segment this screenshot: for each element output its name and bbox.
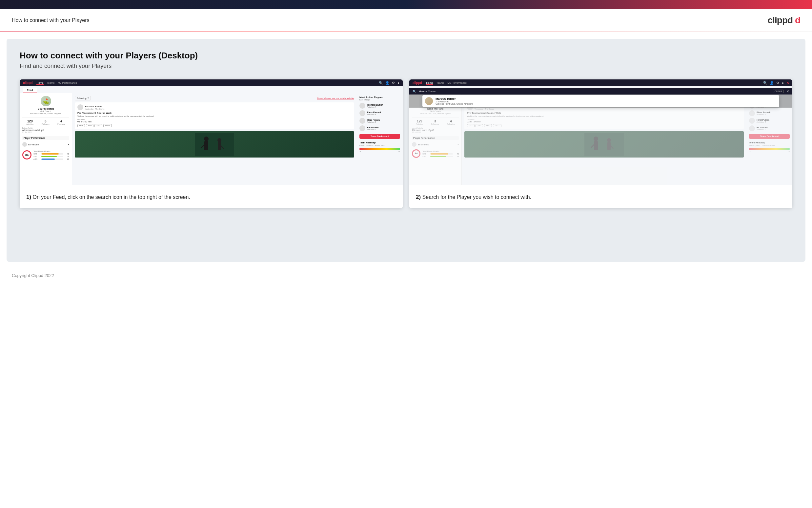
mini-following-val: 4	[57, 120, 65, 123]
mini-activity-person-name: Richard Butler	[85, 105, 105, 108]
mini-followers-label: Followers	[42, 123, 50, 125]
search-icon-2[interactable]: 🔍	[763, 81, 767, 85]
panel-1-caption-num: 1)	[26, 194, 31, 200]
svg-rect-5	[218, 142, 221, 150]
mini-nav-teams-1[interactable]: Teams	[47, 81, 55, 85]
mini-player-avatar-1	[360, 103, 365, 109]
settings-icon[interactable]: ⚙	[392, 81, 395, 85]
mini-search-overlay: 🔍 CLEAR ✕ Marcus Turner 1-5 Handicap Cyp…	[409, 88, 792, 108]
mini-nav-1: clippd Home Teams My Performance 🔍 👤 ⚙ ●	[20, 79, 403, 86]
mini-player-select-2: Eli Vincent ▾	[412, 141, 459, 147]
tag-app: APP	[86, 124, 93, 127]
avatar-icon-2[interactable]: ●	[782, 81, 784, 85]
search-result-avatar	[425, 97, 433, 105]
mini-heatmap-labels-1: -5 +5	[360, 151, 400, 153]
close-button[interactable]: ✕	[786, 90, 789, 93]
user-icon-2[interactable]: 👤	[770, 81, 774, 85]
panel-2-caption: 2) Search for the Player you wish to con…	[409, 185, 792, 208]
mini-stats-2: 129Activities 3Followers 4Following	[412, 120, 459, 125]
panel-1: clippd Home Teams My Performance 🔍 👤 ⚙ ●	[20, 79, 403, 208]
mini-sidebar-1: ⛳ Blair McHarg Golf Coach Mill Ride Golf…	[20, 93, 72, 185]
mini-quality-label-1: Total Player Quality	[34, 150, 69, 152]
main-subheading: Find and connect with your Players	[20, 63, 792, 70]
mini-heatmap-label-1: Team Heatmap	[360, 141, 400, 144]
clear-button[interactable]: CLEAR	[773, 90, 784, 93]
search-input[interactable]	[419, 90, 770, 93]
mini-nav-home-2[interactable]: Home	[426, 81, 433, 85]
mini-profile-role-2: Golf Coach	[412, 110, 459, 113]
avatar-icon[interactable]: ●	[397, 81, 399, 85]
main-heading: How to connect with your Players (Deskto…	[20, 50, 792, 61]
mini-nav-myperformance-2[interactable]: My Performance	[447, 81, 467, 85]
mini-nav-home-1[interactable]: Home	[36, 81, 43, 85]
mini-player-row-2: Piers Parnell Activities: 4	[360, 110, 400, 116]
page-title: How to connect with your Players	[12, 17, 90, 23]
mini-latest-val: Afternoon round of golf	[22, 129, 69, 131]
svg-rect-9	[594, 141, 598, 150]
mini-player-avatar-3	[360, 118, 365, 124]
svg-rect-0	[195, 133, 234, 156]
logo: clippd d	[768, 15, 800, 26]
mini-player-row-3: Hiral Pujara Activities: 3	[360, 118, 400, 124]
mini-active-header-1: Most Active Players Last 30 days	[360, 96, 400, 101]
mini-quality-row-arg: ARG 61	[34, 158, 69, 160]
close-icon[interactable]: ✕	[786, 81, 789, 85]
mini-activity-avatar-1	[78, 104, 83, 110]
mini-nav-icons-2: 🔍 👤 ⚙ ● ✕	[763, 81, 789, 85]
mini-activity-card-1: Richard Butler Yesterday · The Grove Pre…	[75, 102, 354, 129]
mini-profile-club-1: Mill Ride Golf Club, United Kingdom	[22, 113, 69, 115]
mini-nav-myperformance-1[interactable]: My Performance	[58, 81, 77, 85]
mini-activity-title-1: Pre Tournament Course Walk	[78, 112, 351, 115]
search-result-handicap: 1-5 Handicap	[435, 100, 473, 103]
mini-heatmap-bar-1	[360, 148, 400, 150]
mini-app-2: clippd Home Teams My Performance 🔍 👤 ⚙ ●…	[409, 79, 792, 185]
mini-activities-label: Activities	[26, 123, 34, 125]
svg-rect-2	[204, 141, 208, 150]
svg-rect-12	[607, 142, 611, 150]
panel-2-caption-num: 2)	[416, 194, 421, 200]
svg-point-1	[204, 136, 208, 141]
mini-player-row-4: Eli Vincent Activities: 1	[360, 125, 400, 131]
mini-heatmap-sub-1: Player Quality · 25 Round Trend	[360, 144, 400, 146]
mini-profile-role-1: Golf Coach	[22, 110, 69, 113]
user-icon[interactable]: 👤	[385, 81, 389, 85]
tag-ott: OTT	[78, 124, 85, 127]
heatmap-high: +5	[398, 151, 400, 153]
control-link-1[interactable]: Control who can see your activity and da…	[317, 97, 354, 99]
team-dashboard-button-2[interactable]: Team Dashboard	[749, 134, 790, 139]
mini-activity-person-sub: Yesterday · The Grove	[85, 108, 105, 110]
tag-putt: PUTT	[103, 124, 112, 127]
chevron-down-icon: ▾	[68, 143, 69, 146]
search-icon[interactable]: 🔍	[379, 81, 383, 85]
mini-profile-1: ⛳ Blair McHarg Golf Coach Mill Ride Golf…	[22, 96, 69, 118]
heatmap-low: -5	[360, 151, 361, 153]
mini-latest-1: Latest Activity Afternoon round of golf …	[22, 127, 69, 133]
mini-profile-name-1: Blair McHarg	[22, 107, 69, 110]
following-button-1[interactable]: Following ▾	[75, 96, 91, 100]
footer: Copyright Clippd 2022	[0, 268, 812, 283]
mini-quality-row-app: APP 70	[34, 156, 69, 158]
mini-latest-date: 27 Jul 2022	[22, 131, 69, 133]
search-result-name[interactable]: Marcus Turner	[435, 97, 473, 100]
mini-nav-2: clippd Home Teams My Performance 🔍 👤 ⚙ ●…	[409, 79, 792, 86]
mini-quality-row-ott: OTT 79	[34, 153, 69, 155]
logo-text: clippd	[768, 15, 793, 25]
mini-profile-avatar-1: ⛳	[41, 96, 51, 106]
mini-nav-teams-2[interactable]: Teams	[436, 81, 444, 85]
header: How to connect with your Players clippd …	[0, 9, 812, 32]
settings-icon-2[interactable]: ⚙	[776, 81, 779, 85]
footer-text: Copyright Clippd 2022	[12, 273, 54, 278]
mini-section-pp-2: Player Performance	[412, 136, 459, 140]
mini-score-val: 84	[25, 153, 29, 157]
mini-profile-club-2: Mill Ride Golf Club, United Kingdom	[412, 113, 459, 115]
mini-player-select-1[interactable]: Eli Vincent ▾	[22, 141, 69, 147]
mini-score-circle-1: 84	[22, 150, 32, 160]
svg-point-4	[218, 138, 221, 142]
mini-profile-name-2: Blair McHarg	[412, 107, 459, 110]
mini-app-bar	[41, 156, 57, 157]
mini-feed-tab-1[interactable]: Feed	[23, 88, 37, 93]
team-dashboard-button-1[interactable]: Team Dashboard	[360, 134, 400, 139]
mini-app-1: clippd Home Teams My Performance 🔍 👤 ⚙ ●	[20, 79, 403, 185]
main-content: How to connect with your Players (Deskto…	[7, 39, 805, 262]
mini-search-dropdown: Marcus Turner 1-5 Handicap Cypress Point…	[422, 95, 779, 107]
